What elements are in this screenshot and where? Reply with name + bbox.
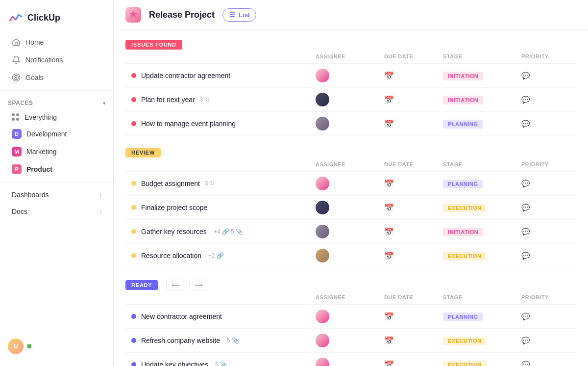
task-meta: +2 🔗: [208, 252, 224, 259]
stage-cell: INITIATION: [443, 227, 521, 236]
task-name-cell: Plan for next year 3 ↻: [131, 96, 316, 104]
view-toggle-button[interactable]: List: [222, 8, 256, 22]
col-assignee-1: ASSIGNEE: [316, 53, 384, 59]
comment-icon: 💬: [521, 337, 530, 344]
group-badge-review[interactable]: REVIEW: [125, 148, 161, 157]
sidebar-development-label: Development: [26, 130, 67, 138]
sidebar-item-dashboards[interactable]: Dashboards ›: [4, 187, 109, 203]
task-row[interactable]: Plan for next year 3 ↻ 📅 INITIATION 💬: [125, 88, 576, 112]
priority-cell: 💬: [521, 119, 570, 128]
toolbar-btn-2[interactable]: ⟶: [189, 280, 208, 290]
avatar-cell: [316, 358, 384, 366]
sidebar-dashboards-label: Dashboards: [12, 191, 49, 199]
sidebar-footer: U: [0, 333, 113, 360]
group-review: REVIEW ASSIGNEE DUE DATE STAGE PRIORITY …: [125, 148, 576, 268]
sidebar-everything-label: Everything: [24, 113, 57, 121]
comment-icon: 💬: [521, 252, 530, 260]
col-assignee-2: ASSIGNEE: [316, 161, 384, 167]
group-issues: ISSUES FOUND ASSIGNEE DUE DATE STAGE PRI…: [125, 40, 576, 136]
priority-cell: 💬: [521, 312, 570, 321]
calendar-icon: 📅: [384, 252, 394, 260]
priority-cell: 💬: [521, 95, 570, 104]
spaces-label: Spaces: [8, 100, 33, 106]
task-name: Update contractor agreement: [141, 72, 230, 79]
group-badge-issues[interactable]: ISSUES FOUND: [125, 40, 182, 50]
sidebar-item-home[interactable]: Home: [4, 34, 109, 51]
task-name: Finalize project scope: [141, 204, 207, 211]
task-row[interactable]: Gather key resources +4 🔗 5 📎 📅 INITIATI…: [125, 220, 576, 244]
due-date-cell: 📅: [384, 95, 443, 105]
task-row[interactable]: New contractor agreement 📅 PLANNING 💬: [125, 305, 576, 329]
task-row[interactable]: Resource allocation +2 🔗 📅 EXECUTION 💬: [125, 244, 576, 268]
col-stage-2: STAGE: [443, 161, 521, 167]
sidebar-item-goals[interactable]: Goals: [4, 69, 109, 86]
task-meta: 3 ↻: [200, 96, 210, 103]
task-row[interactable]: How to manage event planning 📅 PLANNING …: [125, 112, 576, 136]
avatar-cell: [316, 310, 384, 323]
priority-cell: 💬: [521, 336, 570, 345]
sidebar-item-development[interactable]: D Development: [4, 126, 109, 142]
avatar-cell: [316, 249, 384, 262]
svg-rect-3: [230, 12, 235, 13]
task-dot-yellow: [131, 181, 136, 186]
due-date-cell: 📅: [384, 360, 443, 366]
calendar-icon: 📅: [384, 337, 394, 345]
col-duedate-1: DUE DATE: [384, 53, 443, 59]
group-toolbar: ⟵ ⟶: [166, 280, 208, 290]
avatar-cell: [316, 334, 384, 347]
due-date-cell: 📅: [384, 179, 443, 188]
sidebar-item-docs[interactable]: Docs ›: [4, 204, 109, 219]
svg-rect-4: [230, 14, 235, 15]
calendar-icon: 📅: [384, 228, 394, 236]
product-badge: P: [12, 164, 22, 174]
chevron-right-icon-2: ›: [99, 208, 101, 215]
view-toggle-label: List: [239, 11, 250, 19]
stage-badge: PLANNING: [443, 180, 483, 188]
logo-text: ClickUp: [27, 13, 60, 23]
sidebar-item-marketing[interactable]: M Marketing: [4, 143, 109, 160]
calendar-icon: 📅: [384, 204, 394, 212]
user-avatar[interactable]: U: [8, 339, 24, 354]
task-name: Refresh company website: [141, 337, 220, 344]
task-name-cell: How to manage event planning: [131, 120, 316, 128]
task-row[interactable]: Update contractor agreement 📅 INITIATION…: [125, 64, 576, 88]
comment-icon: 💬: [521, 313, 530, 320]
comment-icon: 💬: [521, 204, 530, 211]
task-name: Update key objectives: [141, 361, 208, 366]
task-name: New contractor agreement: [141, 313, 222, 320]
toolbar-btn-1[interactable]: ⟵: [166, 280, 185, 290]
chevron-down-icon[interactable]: ▾: [103, 101, 106, 106]
col-priority-3: PRIORITY: [521, 294, 570, 300]
sidebar-item-product[interactable]: P Product: [4, 161, 109, 178]
comment-icon: 💬: [521, 96, 530, 104]
calendar-icon: 📅: [384, 96, 394, 104]
task-meta: 5 📎: [215, 361, 227, 366]
avatar: [316, 117, 329, 131]
avatar: [316, 177, 329, 190]
main-content: Release Project List ISSUES FOUND ASSIGN…: [114, 0, 588, 366]
everything-icon: [12, 113, 20, 121]
home-icon: [12, 38, 21, 47]
calendar-icon: 📅: [384, 313, 394, 321]
task-row[interactable]: Finalize project scope 📅 EXECUTION 💬: [125, 196, 576, 220]
sidebar-product-label: Product: [26, 165, 52, 173]
priority-cell: 💬: [521, 71, 570, 80]
sidebar-item-everything[interactable]: Everything: [4, 110, 109, 125]
task-row[interactable]: Refresh company website 5 📎 📅 EXECUTION …: [125, 329, 576, 353]
stage-cell: PLANNING: [443, 312, 521, 321]
chevron-right-icon: ›: [99, 191, 101, 198]
svg-point-2: [16, 77, 17, 78]
task-name-cell: Gather key resources +4 🔗 5 📎: [131, 228, 316, 235]
group-badge-ready[interactable]: READY: [125, 280, 158, 290]
sidebar-item-notifications[interactable]: Notifications: [4, 52, 109, 68]
col-task-2: [131, 161, 316, 167]
avatar-cell: [316, 225, 384, 238]
task-row[interactable]: Budget assignment 3 ↻ 📅 PLANNING 💬: [125, 172, 576, 196]
task-row[interactable]: Update key objectives 5 📎 📅 EXECUTION 💬: [125, 353, 576, 366]
avatar-cell: [316, 201, 384, 214]
stage-cell: EXECUTION: [443, 360, 521, 366]
task-name-cell: Update key objectives 5 📎: [131, 361, 316, 366]
comment-icon: 💬: [521, 72, 530, 79]
due-date-cell: 📅: [384, 119, 443, 129]
calendar-icon: 📅: [384, 72, 394, 80]
